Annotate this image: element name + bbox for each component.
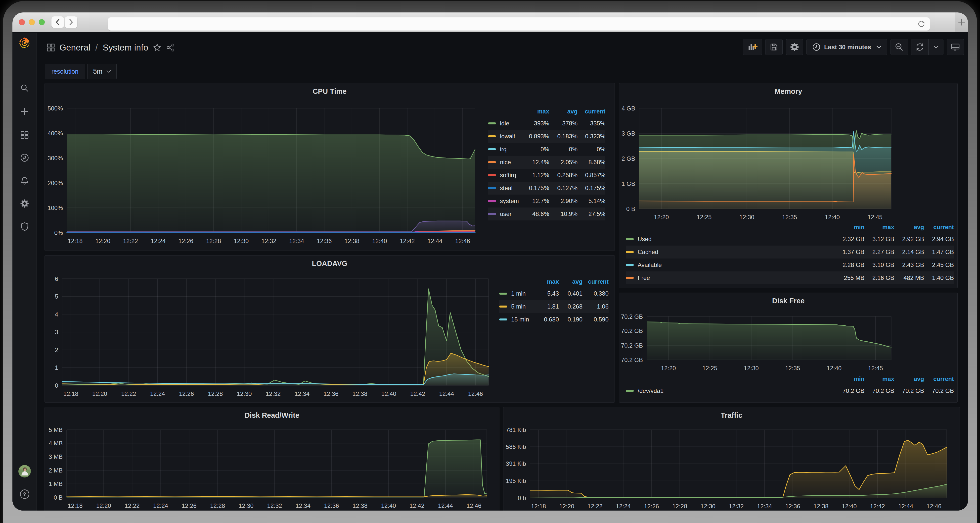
breadcrumb-dashboard-title[interactable]: System info (103, 43, 148, 53)
dashboard-grid-icon[interactable] (46, 43, 55, 52)
sidebar-item-configuration[interactable] (13, 199, 37, 208)
legend-row[interactable]: user48.6%10.9%27.5% (488, 207, 605, 220)
svg-text:391 Kib: 391 Kib (506, 460, 526, 467)
share-dashboard-button[interactable] (166, 43, 175, 52)
memory-legend[interactable]: minmaxavgcurrentUsed2.32 GB3.12 GB2.92 G… (626, 222, 954, 284)
disk-free-legend[interactable]: minmaxavgcurrent/dev/vda170.2 GB70.2 GB7… (626, 373, 954, 397)
svg-text:12:28: 12:28 (210, 502, 225, 509)
legend-row[interactable]: Cached1.37 GB2.27 GB2.14 GB1.47 GB (626, 246, 954, 258)
variable-resolution-select[interactable]: 5m (87, 64, 116, 79)
series-color-swatch[interactable] (626, 251, 634, 253)
sidebar-item-explore[interactable] (13, 153, 37, 163)
avatar-image (18, 465, 31, 477)
reload-button[interactable] (917, 20, 926, 28)
sidebar-item-server-admin[interactable] (13, 222, 37, 231)
legend-column-header[interactable]: avg (894, 373, 924, 384)
chevron-down-icon (933, 45, 939, 49)
legend-row[interactable]: /dev/vda170.2 GB70.2 GB70.2 GB70.2 GB (626, 384, 954, 397)
sidebar-item-alerting[interactable] (13, 176, 37, 186)
series-color-swatch[interactable] (626, 238, 634, 240)
time-range-picker[interactable]: Last 30 minutes (807, 39, 887, 55)
legend-column-header[interactable]: current (582, 276, 609, 287)
legend-column-header[interactable]: avg (559, 276, 582, 287)
svg-text:12:24: 12:24 (151, 238, 165, 244)
legend-column-header[interactable]: min (835, 222, 864, 233)
legend-column-header[interactable]: current (924, 222, 954, 233)
legend-column-header[interactable]: max (864, 222, 894, 233)
user-avatar[interactable] (18, 465, 31, 477)
search-icon (20, 84, 29, 92)
variable-resolution-label: resolution (45, 64, 85, 79)
series-color-swatch[interactable] (488, 200, 496, 202)
legend-row[interactable]: Available2.28 GB3.10 GB2.43 GB2.45 GB (626, 258, 954, 271)
save-dashboard-button[interactable] (765, 39, 783, 55)
series-color-swatch[interactable] (488, 136, 496, 137)
legend-row[interactable]: iowait0.893%0.183%0.323% (488, 130, 605, 143)
series-color-swatch[interactable] (488, 123, 496, 124)
tv-mode-button[interactable] (947, 39, 964, 55)
legend-column-header[interactable]: min (835, 373, 864, 384)
disk-read-write-chart[interactable]: 0 B1 MB2 MB3 MB4 MB5 MB12:1812:2012:2212… (45, 407, 499, 510)
legend-column-header[interactable]: current (924, 373, 954, 384)
browser-window: ? General / (13, 13, 968, 510)
sidebar-item-search[interactable] (13, 84, 37, 92)
legend-column-header[interactable]: avg (894, 222, 924, 233)
legend-column-header[interactable]: max (519, 106, 549, 117)
cpu-time-legend[interactable]: maxavgcurrentidle393%378%335%iowait0.893… (488, 106, 611, 220)
series-color-swatch[interactable] (626, 264, 634, 266)
legend-row[interactable]: system12.7%2.90%5.14% (488, 195, 605, 207)
zoom-window-button[interactable] (39, 19, 45, 25)
svg-text:70.2 GB: 70.2 GB (621, 342, 643, 349)
add-panel-button[interactable] (743, 39, 762, 55)
legend-column-header[interactable]: max (864, 373, 894, 384)
legend-column-header[interactable]: max (531, 276, 559, 287)
browser-forward-button[interactable] (65, 16, 77, 28)
refresh-interval-dropdown[interactable] (929, 39, 943, 55)
breadcrumb-folder[interactable]: General (59, 43, 91, 53)
sidebar-item-dashboards[interactable] (13, 131, 37, 140)
series-color-swatch[interactable] (488, 213, 496, 215)
refresh-dashboard-button[interactable] (911, 39, 929, 55)
loadavg-legend[interactable]: maxavgcurrent1 min5.430.4010.3805 min1.8… (499, 276, 611, 326)
legend-column-header[interactable]: avg (549, 106, 578, 117)
address-bar[interactable] (108, 17, 930, 30)
minimize-window-button[interactable] (29, 19, 35, 25)
legend-row[interactable]: steal0.175%0.127%0.175% (488, 182, 605, 195)
series-color-swatch[interactable] (499, 319, 507, 320)
series-color-swatch[interactable] (488, 187, 496, 189)
variable-resolution-value: 5m (93, 68, 102, 75)
close-window-button[interactable] (19, 19, 25, 25)
traffic-chart[interactable]: 0 b195 Kib391 Kib586 Kib781 Kib12:1812:2… (503, 407, 959, 510)
legend-row[interactable]: 15 min0.6800.1900.590 (499, 313, 609, 326)
legend-row[interactable]: Free255 MB2.16 GB482 MB1.40 GB (626, 271, 954, 284)
svg-text:12:42: 12:42 (409, 502, 424, 509)
legend-row[interactable]: nice12.4%2.05%8.68% (488, 156, 605, 169)
browser-back-button[interactable] (51, 16, 64, 28)
svg-text:12:26: 12:26 (178, 238, 193, 244)
series-color-swatch[interactable] (499, 306, 507, 308)
series-color-swatch[interactable] (626, 390, 634, 392)
legend-row[interactable]: softirq1.12%0.258%0.857% (488, 169, 605, 182)
svg-text:1: 1 (55, 364, 58, 371)
series-color-swatch[interactable] (488, 161, 496, 163)
svg-text:12:32: 12:32 (261, 238, 277, 244)
sidebar-item-help[interactable]: ? (13, 489, 37, 499)
sidebar-item-create[interactable] (13, 107, 37, 116)
series-color-swatch[interactable] (488, 174, 496, 176)
legend-row[interactable]: 5 min1.810.2681.06 (499, 300, 609, 313)
svg-text:12:20: 12:20 (92, 391, 107, 397)
legend-row[interactable]: 1 min5.430.4010.380 (499, 287, 609, 300)
star-dashboard-button[interactable] (153, 43, 162, 52)
legend-row[interactable]: Used2.32 GB3.12 GB2.92 GB2.94 GB (626, 233, 954, 246)
svg-text:12:45: 12:45 (868, 214, 883, 220)
series-color-swatch[interactable] (626, 277, 634, 279)
zoom-out-time-button[interactable] (891, 39, 908, 55)
series-color-swatch[interactable] (488, 148, 496, 150)
series-color-swatch[interactable] (499, 293, 507, 295)
legend-row[interactable]: irq0%0%0% (488, 143, 605, 156)
legend-column-header[interactable]: current (578, 106, 605, 117)
star-icon (153, 43, 162, 52)
dashboard-settings-button[interactable] (786, 39, 803, 55)
legend-row[interactable]: idle393%378%335% (488, 117, 605, 130)
svg-text:0: 0 (55, 382, 58, 389)
